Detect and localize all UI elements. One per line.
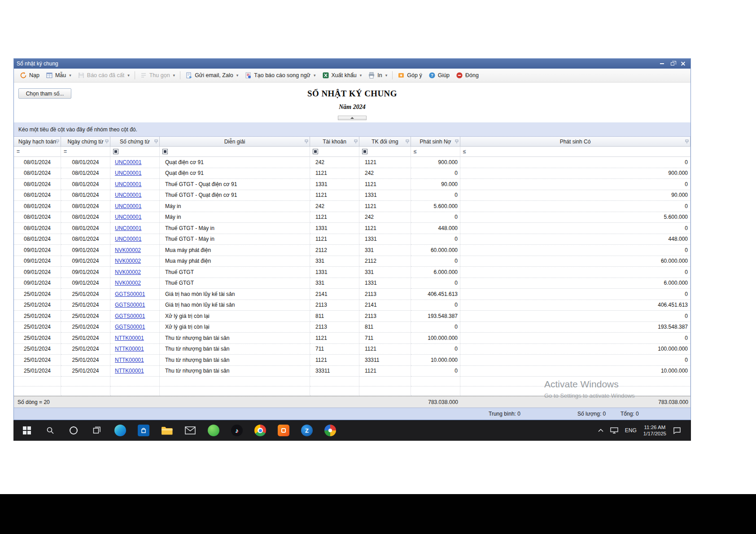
toolbar-dong[interactable]: Đóng (453, 70, 482, 80)
table-row[interactable]: 08/01/202408/01/2024UNC00001Máy in242112… (14, 201, 690, 212)
document-link[interactable]: NTTK00001 (115, 357, 144, 363)
restore-button[interactable] (668, 61, 677, 67)
toolbar-bao-cao-da-cat[interactable]: Báo cáo đã cất▾ (74, 70, 133, 80)
pin-icon[interactable] (304, 139, 309, 143)
column-header-phat-sinh-no[interactable]: Phát sinh Nợ (411, 137, 460, 147)
dropdown-caret-icon[interactable]: ▾ (69, 73, 71, 78)
filter-operator-icon[interactable]: ≤ (414, 148, 417, 155)
toolbar-gui-email-zalo[interactable]: Gửi email, Zalo▾ (182, 70, 241, 80)
document-link[interactable]: NTTK00001 (115, 368, 144, 374)
table-row[interactable]: 08/01/202408/01/2024UNC00001Thuế GTGT - … (14, 190, 690, 201)
table-row[interactable]: 25/01/202425/01/2024NTTK00001Thu từ nhượ… (14, 344, 690, 355)
filter-ngay-chung-tu[interactable]: = (61, 147, 110, 157)
filter-phat-sinh-co[interactable]: ≤ (460, 147, 690, 157)
toolbar-giup[interactable]: ?Giúp (425, 70, 453, 80)
filter-phat-sinh-no[interactable]: ≤ (411, 147, 460, 157)
pin-icon[interactable] (454, 139, 459, 143)
document-link[interactable]: GGTS00001 (115, 291, 145, 297)
filter-dien-giai[interactable] (160, 147, 310, 157)
column-header-tai-khoan[interactable]: Tài khoản (310, 137, 359, 147)
language-indicator[interactable]: ENG (625, 427, 637, 434)
filter-operator-icon[interactable]: = (64, 148, 67, 155)
table-row[interactable]: 08/01/202408/01/2024UNC00001Thuế GTGT - … (14, 234, 690, 245)
pin-icon[interactable] (685, 139, 689, 143)
pin-icon[interactable] (354, 139, 358, 143)
document-link[interactable]: UNC00001 (115, 181, 141, 187)
task-view-button[interactable] (85, 420, 109, 441)
file-explorer-taskbar-button[interactable] (155, 420, 179, 441)
edge-taskbar-button[interactable] (109, 420, 132, 441)
document-link[interactable]: NVK00002 (115, 280, 141, 286)
document-link[interactable]: NTTK00001 (115, 346, 144, 352)
pin-icon[interactable] (154, 139, 158, 143)
start-button[interactable] (15, 420, 39, 441)
toolbar-in[interactable]: In▾ (365, 70, 390, 80)
toolbar-gop-y[interactable]: Góp ý (394, 70, 425, 80)
tiktok-taskbar-button[interactable]: ♪ (225, 420, 249, 441)
notification-center-icon[interactable] (673, 427, 681, 434)
column-header-so-chung-tu[interactable]: Số chứng từ (110, 137, 160, 147)
table-row[interactable]: 09/01/202409/01/2024NVK00002Mua máy phát… (14, 245, 690, 256)
clock[interactable]: 11:26 AM 1/17/2025 (643, 424, 666, 437)
filter-box-icon[interactable] (362, 149, 367, 154)
dropdown-caret-icon[interactable]: ▾ (314, 73, 316, 78)
filter-tai-khoan[interactable] (310, 147, 359, 157)
document-link[interactable]: NVK00002 (115, 269, 141, 275)
column-header-phat-sinh-co[interactable]: Phát sinh Có (460, 137, 690, 147)
document-link[interactable]: UNC00001 (115, 203, 141, 209)
pin-icon[interactable] (105, 139, 109, 143)
pin-icon[interactable] (55, 139, 60, 143)
table-row[interactable]: 25/01/202425/01/2024GGTS00001Xử lý giá t… (14, 322, 690, 333)
titlebar[interactable]: Sổ nhật ký chung (14, 59, 690, 69)
document-link[interactable]: UNC00001 (115, 192, 141, 198)
dropdown-caret-icon[interactable]: ▾ (236, 73, 239, 78)
minimize-button[interactable] (657, 61, 666, 67)
chrome-taskbar-button[interactable] (249, 420, 272, 441)
document-link[interactable]: UNC00001 (115, 214, 141, 220)
column-header-dien-giai[interactable]: Diễn giải (160, 137, 310, 147)
document-link[interactable]: UNC00001 (115, 170, 141, 176)
table-row[interactable]: 08/01/202408/01/2024UNC00001Thuế GTGT - … (14, 179, 690, 190)
table-row[interactable]: 08/01/202408/01/2024UNC00001Thuế GTGT - … (14, 223, 690, 234)
dropdown-caret-icon[interactable]: ▾ (385, 73, 388, 78)
dropdown-caret-icon[interactable]: ▾ (127, 73, 130, 78)
store-taskbar-button[interactable] (132, 420, 155, 441)
table-row[interactable]: 25/01/202425/01/2024NTTK00001Thu từ nhượ… (14, 366, 690, 377)
filter-so-chung-tu[interactable] (110, 147, 160, 157)
toolbar-xuat-khau[interactable]: Xuất khẩu▾ (319, 70, 365, 80)
document-link[interactable]: GGTS00001 (115, 313, 145, 319)
pin-icon[interactable] (405, 139, 410, 143)
filter-tk-doi-ung[interactable] (359, 147, 411, 157)
filter-box-icon[interactable] (313, 149, 318, 154)
filter-ngay-hach-toan[interactable]: = (14, 147, 61, 157)
table-row[interactable]: 25/01/202425/01/2024GGTS00001Xử lý giá t… (14, 311, 690, 322)
document-link[interactable]: NTTK00001 (115, 335, 144, 341)
filter-operator-icon[interactable]: = (17, 148, 20, 155)
table-row[interactable]: 25/01/202425/01/2024NTTK00001Thu từ nhượ… (14, 355, 690, 366)
document-link[interactable]: GGTS00001 (115, 302, 145, 308)
toolbar-nap[interactable]: Nạp (17, 70, 43, 80)
table-row[interactable]: 25/01/202425/01/2024GGTS00001Giá trị hao… (14, 289, 690, 300)
table-row[interactable]: 08/01/202408/01/2024UNC00001Quạt điện cơ… (14, 157, 690, 168)
column-header-ngay-chung-tu[interactable]: Ngày chứng từ (61, 137, 110, 147)
table-row[interactable]: 25/01/202425/01/2024NTTK00001Thu từ nhượ… (14, 333, 690, 344)
table-row[interactable]: 09/01/202409/01/2024NVK00002Thuế GTGT331… (14, 278, 690, 289)
toolbar-thu-gon[interactable]: Thu gọn▾ (137, 70, 178, 80)
filter-box-icon[interactable] (162, 149, 168, 154)
orange-app-taskbar-button[interactable] (272, 420, 295, 441)
tray-pc-icon[interactable] (610, 427, 618, 434)
table-row[interactable]: 08/01/202408/01/2024UNC00001Quạt điện cơ… (14, 168, 690, 179)
close-button[interactable] (679, 61, 688, 67)
document-link[interactable]: UNC00001 (115, 236, 141, 242)
blue-app-taskbar-button[interactable]: Z (295, 420, 319, 441)
document-link[interactable]: NVK00002 (115, 247, 141, 253)
column-header-tk-doi-ung[interactable]: TK đối ứng (359, 137, 411, 147)
dropdown-caret-icon[interactable]: ▾ (173, 73, 175, 78)
search-button[interactable] (39, 420, 62, 441)
color-wheel-taskbar-button[interactable] (319, 420, 342, 441)
toolbar-tao-bao-cao-song-ngu[interactable]: Tạo báo cáo song ngữ▾ (241, 70, 319, 80)
filter-box-icon[interactable] (113, 149, 118, 154)
dropdown-caret-icon[interactable]: ▾ (360, 73, 362, 78)
table-row[interactable]: 08/01/202408/01/2024UNC00001Máy in112124… (14, 212, 690, 223)
column-header-ngay-hach-toan[interactable]: Ngày hạch toán (14, 137, 61, 147)
